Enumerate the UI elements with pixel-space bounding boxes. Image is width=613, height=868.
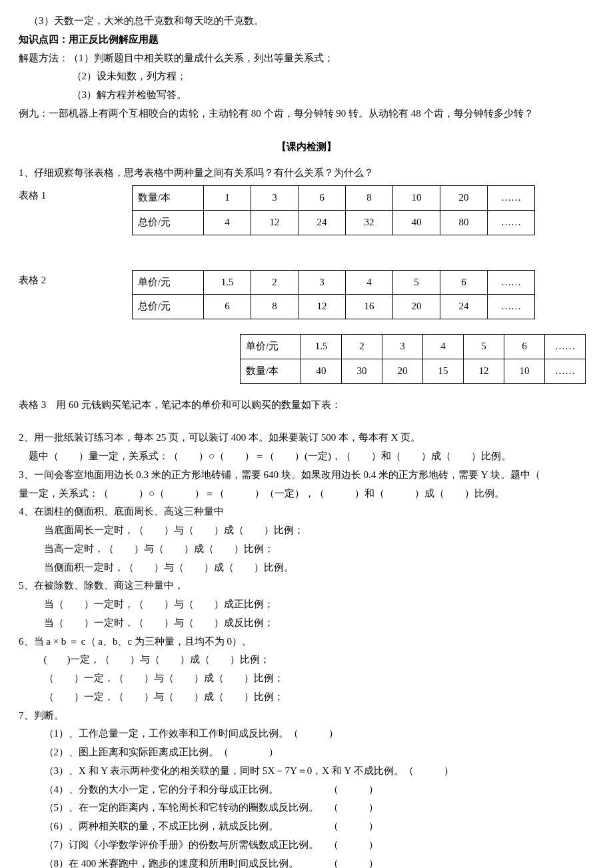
t1-r2h: 总价/元 <box>133 210 204 235</box>
q5-l1: 5、在被除数、除数、商这三种量中， <box>19 577 594 595</box>
kp4-title: 知识点四：用正反比例解应用题 <box>19 31 594 49</box>
cell: 24 <box>299 210 346 235</box>
cell: 6 <box>440 270 488 295</box>
cell: 2 <box>251 270 299 295</box>
q5-l3: 当（ ）一定时，（ ）与（ ）成反比例； <box>19 614 594 633</box>
cell: 12 <box>464 359 504 383</box>
q7-l1: 7、判断。 <box>19 707 594 725</box>
t3-r1h: 单价/元 <box>241 335 301 359</box>
cell: 3 <box>382 335 423 359</box>
table2-label: 表格 2 <box>19 267 132 290</box>
t2-r2h: 总价/元 <box>133 295 204 319</box>
cell: 5 <box>464 335 504 359</box>
cell: 20 <box>382 359 423 383</box>
cell: …… <box>488 210 535 235</box>
q7-i8: （8）在 400 米赛跑中，跑步的速度和所用时间成反比例。 （ ） <box>19 855 594 869</box>
q7-i5: （5）、在一定的距离内，车轮周长和它转动的圈数成反比例。 （ ） <box>19 799 594 817</box>
t1-r1h: 数量/本 <box>133 186 204 211</box>
q6-l3: （ ）一定，（ ）与（ ）成（ ）比例； <box>19 669 594 688</box>
cell: 10 <box>504 359 545 383</box>
cell: 8 <box>251 295 299 319</box>
table1-row: 表格 1 数量/本 1 3 6 8 10 20 …… 总价/元 4 12 24 … <box>19 183 594 247</box>
q7-i2: （2）、图上距离和实际距离成正比例。（ ） <box>19 743 594 762</box>
cell: 12 <box>251 210 299 235</box>
table-row: 数量/本 1 3 6 8 10 20 …… <box>133 186 535 211</box>
method-2: （2）设未知数，列方程； <box>19 67 594 86</box>
cell: …… <box>545 335 586 359</box>
method-3: （3）解方程并检验写答。 <box>19 86 594 105</box>
intro-item3: （3）天数一定，大米的总千克数和每天吃的千克数。 <box>19 12 594 31</box>
q4-l4: 当侧面积一定时，（ ）与（ ）成（ ）比例。 <box>19 559 594 577</box>
t2-r1h: 单价/元 <box>133 270 204 295</box>
cell: 12 <box>299 295 346 319</box>
table3-wrap: 单价/元 1.5 2 3 4 5 6 …… 数量/本 40 30 20 15 1… <box>240 334 594 384</box>
cell: …… <box>488 186 535 211</box>
q4-l3: 当高一定时，（ ）与（ ）成（ ）比例； <box>19 540 594 559</box>
cell: 4 <box>423 335 464 359</box>
table-row: 总价/元 4 12 24 32 40 80 …… <box>133 210 535 235</box>
cell: 20 <box>440 186 488 211</box>
q4-l2: 当底面周长一定时，（ ）与（ ）成（ ）比例； <box>19 521 594 540</box>
method-lead: 解题方法：（1）判断题目中相关联的量成什么关系，列出等量关系式； <box>19 49 594 68</box>
cell: 30 <box>342 359 382 383</box>
cell: …… <box>545 359 586 383</box>
q3-l1: 3、一间会客室地面用边长 0.3 米的正方形地砖铺，需要 640 块。如果改用边… <box>19 466 594 485</box>
q2-l2: 题中（ ）量一定，关系式：（ ）○（ ）＝（ ）(一定)，（ ）和（ ）成（ ）… <box>19 447 594 466</box>
q7-i7: （7）订阅《小学数学评价手册》的份数与所需钱数成正比例。 （ ） <box>19 836 594 855</box>
cell: 1.5 <box>204 270 251 295</box>
cell: 1.5 <box>301 335 342 359</box>
q6-l2: ( )一定，（ ）与（ ）成（ ）比例； <box>19 651 594 669</box>
cell: 2 <box>342 335 382 359</box>
cell: 4 <box>204 210 251 235</box>
table1-label: 表格 1 <box>19 183 132 205</box>
q7-i6: （6）、两种相关联的量，不成正比例，就成反比例。 （ ） <box>19 817 594 836</box>
cell: 32 <box>346 210 393 235</box>
cell: 40 <box>393 210 440 235</box>
table2-row: 表格 2 单价/元 1.5 2 3 4 5 6 …… 总价/元 6 8 12 1… <box>19 267 594 332</box>
cell: 4 <box>346 270 393 295</box>
table3-label: 表格 3 用 60 元钱购买笔记本，笔记本的单价和可以购买的数量如下表： <box>19 396 594 415</box>
cell: 8 <box>346 186 393 211</box>
table-row: 数量/本 40 30 20 15 12 10 …… <box>241 359 586 383</box>
table-row: 单价/元 1.5 2 3 4 5 6 …… <box>241 335 586 359</box>
q1-prompt: 1、仔细观察每张表格，思考表格中两种量之间有关系吗？有什么关系？为什么？ <box>19 164 594 183</box>
cell: 5 <box>393 270 440 295</box>
cell: 20 <box>393 295 440 319</box>
q3-l2: 量一定，关系式：（ ）○（ ）＝（ ）（一定），（ ）和（ ）成（ ）比例。 <box>19 485 594 503</box>
q7-i1: （1）、工作总量一定，工作效率和工作时间成反比例。（ ） <box>19 725 594 743</box>
q4-l1: 4、在圆柱的侧面积、底面周长、高这三种量中 <box>19 503 594 521</box>
table-row: 单价/元 1.5 2 3 4 5 6 …… <box>133 270 535 295</box>
section-title: 【课内检测】 <box>19 138 594 157</box>
t3-r2h: 数量/本 <box>241 359 301 383</box>
table-1: 数量/本 1 3 6 8 10 20 …… 总价/元 4 12 24 32 40… <box>132 185 535 235</box>
cell: 6 <box>204 295 251 319</box>
cell: 3 <box>251 186 299 211</box>
cell: …… <box>488 270 535 295</box>
cell: 15 <box>423 359 464 383</box>
table-2: 单价/元 1.5 2 3 4 5 6 …… 总价/元 6 8 12 16 20 … <box>132 270 535 320</box>
cell: 6 <box>299 186 346 211</box>
cell: 16 <box>346 295 393 319</box>
cell: 6 <box>504 335 545 359</box>
table-row: 总价/元 6 8 12 16 20 24 …… <box>133 295 535 319</box>
cell: 80 <box>440 210 488 235</box>
q7-i4: （4）、分数的大小一定，它的分子和分母成正比例。 （ ） <box>19 781 594 799</box>
q2-l1: 2、用一批纸装订练习本，每本 25 页，可以装订 400 本。如果要装订 500… <box>19 429 594 447</box>
q7-i3: （3）、X 和 Y 表示两种变化的相关联的量，同时 5X－7Y＝0，X 和 Y … <box>19 762 594 781</box>
q5-l2: 当（ ）一定时，（ ）与（ ）成正比例； <box>19 595 594 614</box>
table-3: 单价/元 1.5 2 3 4 5 6 …… 数量/本 40 30 20 15 1… <box>240 334 586 384</box>
cell: 10 <box>393 186 440 211</box>
cell: …… <box>488 295 535 319</box>
cell: 3 <box>299 270 346 295</box>
cell: 1 <box>204 186 251 211</box>
cell: 40 <box>301 359 342 383</box>
q6-l1: 6、当 a × b ＝ c（ a、b、c 为三种量，且均不为 0）。 <box>19 633 594 651</box>
example-9: 例九：一部机器上有两个互相咬合的齿轮，主动轮有 80 个齿，每分钟转 90 转。… <box>19 105 594 123</box>
q6-l4: （ ）一定，（ ）与（ ）成（ ）比例； <box>19 688 594 707</box>
cell: 24 <box>440 295 488 319</box>
